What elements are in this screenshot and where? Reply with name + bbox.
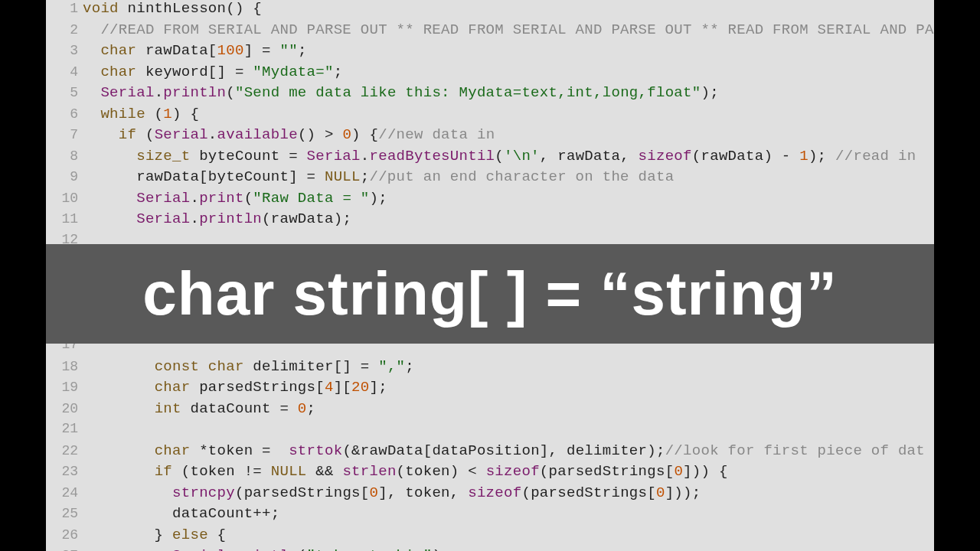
- code-text: int dataCount = 0;: [83, 400, 315, 417]
- code-line: 5 Serial.println("Send me data like this…: [46, 84, 934, 106]
- line-number: 25: [46, 506, 83, 521]
- code-text: if (token != NULL && strlen(token) < siz…: [83, 463, 728, 480]
- code-line: 8 size_t byteCount = Serial.readBytesUnt…: [46, 148, 934, 169]
- code-line: 25 dataCount++;: [46, 505, 934, 527]
- title-overlay: char string[ ] = “string”: [46, 244, 934, 344]
- line-number: 11: [46, 211, 83, 227]
- line-number: 3: [46, 43, 83, 58]
- code-text: Serial.print("Raw Data = ");: [83, 190, 387, 207]
- line-number: 22: [46, 443, 83, 458]
- code-text: char keyword[] = "Mydata=";: [83, 64, 342, 80]
- line-number: 9: [46, 169, 83, 184]
- code-text: //READ FROM SERIAL AND PARSE OUT ** READ…: [83, 21, 934, 38]
- code-text: rawData[byteCount] = NULL;//put an end c…: [83, 168, 674, 185]
- line-number: 8: [46, 148, 83, 164]
- code-text: char *token = strtok(&rawData[dataPositi…: [83, 442, 925, 459]
- code-line: 6 while (1) {: [46, 106, 934, 127]
- code-line: 20 int dataCount = 0;: [46, 400, 934, 422]
- code-text: char parsedStrings[4][20];: [83, 379, 387, 396]
- line-number: 18: [46, 359, 83, 374]
- line-number: 27: [46, 548, 83, 551]
- line-number: 24: [46, 485, 83, 500]
- overlay-text: char string[ ] = “string”: [142, 259, 837, 329]
- code-line: 2 //READ FROM SERIAL AND PARSE OUT ** RE…: [46, 21, 934, 43]
- line-number: 10: [46, 191, 83, 206]
- line-number: 7: [46, 127, 83, 142]
- line-number: 20: [46, 401, 83, 416]
- line-number: 4: [46, 64, 83, 80]
- code-line: 21: [46, 421, 934, 442]
- code-text: size_t byteCount = Serial.readBytesUntil…: [83, 148, 925, 165]
- code-line: 24 strncpy(parsedStrings[0], token, size…: [46, 484, 934, 506]
- code-text: Serial.println(rawData);: [83, 210, 351, 227]
- code-line: 19 char parsedStrings[4][20];: [46, 379, 934, 400]
- line-number: 5: [46, 85, 83, 100]
- code-text: Serial.println("Send me data like this: …: [83, 84, 719, 101]
- code-line: 4 char keyword[] = "Mydata=";: [46, 64, 934, 85]
- code-line: 26 } else {: [46, 527, 934, 548]
- code-text: } else {: [83, 527, 226, 543]
- code-line: 1void ninthLesson() {: [46, 0, 934, 21]
- code-text: Serial.println("token to big");: [83, 547, 450, 551]
- code-text: const char delimiter[] = ",";: [83, 358, 414, 375]
- code-line: 3 char rawData[100] = "";: [46, 42, 934, 64]
- line-number: 2: [46, 22, 83, 37]
- code-text: while (1) {: [83, 106, 199, 122]
- code-text: dataCount++;: [83, 505, 279, 522]
- code-line: 9 rawData[byteCount] = NULL;//put an end…: [46, 168, 934, 190]
- code-text: strncpy(parsedStrings[0], token, sizeof(…: [83, 484, 701, 501]
- line-number: 1: [46, 1, 83, 16]
- line-number: 19: [46, 380, 83, 395]
- code-text: if (Serial.available() > 0) {//new data …: [83, 126, 495, 143]
- code-line: 22 char *token = strtok(&rawData[dataPos…: [46, 442, 934, 464]
- code-text: void ninthLesson() {: [83, 0, 262, 17]
- line-number: 21: [46, 421, 83, 436]
- code-line: 11 Serial.println(rawData);: [46, 210, 934, 232]
- code-line: 18 const char delimiter[] = ",";: [46, 358, 934, 380]
- line-number: 6: [46, 106, 83, 122]
- code-line: 27 Serial.println("token to big");: [46, 547, 934, 551]
- line-number: 26: [46, 527, 83, 543]
- code-text: char rawData[100] = "";: [83, 42, 307, 59]
- code-line: 7 if (Serial.available() > 0) {//new dat…: [46, 126, 934, 148]
- code-line: 10 Serial.print("Raw Data = ");: [46, 190, 934, 211]
- code-line: 23 if (token != NULL && strlen(token) < …: [46, 463, 934, 484]
- line-number: 23: [46, 464, 83, 479]
